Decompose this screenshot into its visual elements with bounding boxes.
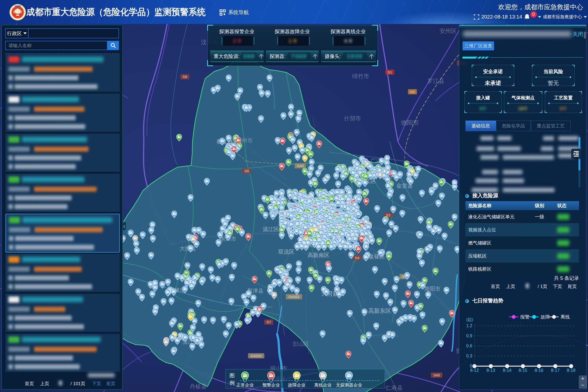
svg-text:S1: S1 <box>388 70 392 74</box>
svg-text:高新东区: 高新东区 <box>368 308 391 314</box>
svg-text:双流区: 双流区 <box>278 249 295 255</box>
svg-text:S40: S40 <box>433 373 440 377</box>
svg-text:(起): (起) <box>466 317 473 322</box>
svg-text:0: 0 <box>470 364 472 368</box>
svg-text:8-12: 8-12 <box>470 368 479 373</box>
svg-text:8-15: 8-15 <box>519 368 527 373</box>
svg-text:S4: S4 <box>355 256 360 260</box>
svg-text:罗江县: 罗江县 <box>427 78 445 84</box>
svg-text:0.9: 0.9 <box>466 333 472 338</box>
svg-text:什邡市: 什邡市 <box>344 115 361 121</box>
svg-text:0.3: 0.3 <box>466 354 472 358</box>
svg-text:德阳市: 德阳市 <box>401 119 419 126</box>
svg-text:XA0: XA0 <box>297 164 304 168</box>
svg-text:8-18: 8-18 <box>567 368 575 373</box>
svg-text:8-17: 8-17 <box>551 368 560 373</box>
svg-text:绵竹市: 绵竹市 <box>352 73 369 79</box>
svg-text:应急管理: 应急管理 <box>14 5 21 7</box>
svg-text:1.2: 1.2 <box>466 323 472 328</box>
svg-text:G4202: G4202 <box>289 295 300 299</box>
svg-text:离线: 离线 <box>561 314 570 320</box>
svg-text:S9: S9 <box>244 169 249 173</box>
svg-text:报警: 报警 <box>520 314 529 320</box>
svg-text:G5: G5 <box>410 90 415 94</box>
svg-text:丹棱县: 丹棱县 <box>190 383 207 390</box>
svg-text:安州区: 安州区 <box>440 28 457 34</box>
svg-text:温江区: 温江区 <box>263 226 279 232</box>
svg-text:仁寿县: 仁寿县 <box>386 385 403 391</box>
svg-text:简阳市: 简阳市 <box>424 286 440 292</box>
svg-text:高新南区: 高新南区 <box>308 252 329 258</box>
svg-text:S7: S7 <box>267 320 271 324</box>
svg-text:8-16: 8-16 <box>535 368 543 373</box>
svg-text:S9: S9 <box>183 75 187 79</box>
svg-text:彭山区: 彭山区 <box>293 341 309 347</box>
svg-text:G4203: G4203 <box>251 354 262 358</box>
svg-text:故障: 故障 <box>541 314 550 320</box>
svg-text:8-14: 8-14 <box>503 368 512 373</box>
svg-text:8-13: 8-13 <box>486 368 495 373</box>
svg-text:0.6: 0.6 <box>466 344 472 348</box>
